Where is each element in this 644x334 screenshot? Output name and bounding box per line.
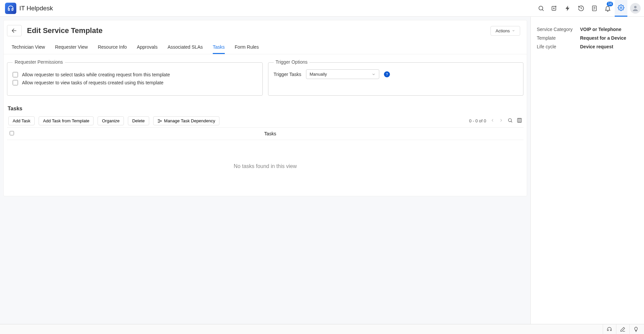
top-bar: IT Helpdesk 14 xyxy=(0,0,644,17)
actions-label: Actions xyxy=(495,28,510,33)
svg-rect-7 xyxy=(160,120,161,121)
manage-dep-label: Manage Task Dependency xyxy=(164,118,215,123)
allow-select-checkbox[interactable] xyxy=(13,72,18,77)
status-tips-icon[interactable] xyxy=(629,324,642,334)
column-settings-icon[interactable] xyxy=(517,118,522,124)
template-value: Request for a Device xyxy=(580,35,638,41)
allow-select-label: Allow requester to select tasks while cr… xyxy=(22,72,170,77)
allow-view-label: Allow requester to view tasks of request… xyxy=(22,80,163,85)
service-category-label: Service Category xyxy=(537,27,580,32)
requester-permissions-group: Requester Permissions Allow requester to… xyxy=(7,62,263,96)
tab-technician-view[interactable]: Technician View xyxy=(12,41,45,54)
svg-rect-9 xyxy=(517,118,521,122)
trigger-tasks-label: Trigger Tasks xyxy=(274,72,301,77)
allow-view-checkbox[interactable] xyxy=(13,80,18,85)
svg-rect-5 xyxy=(158,119,159,120)
page-title: Edit Service Template xyxy=(27,26,103,35)
svg-point-8 xyxy=(508,119,511,122)
empty-state-text: No tasks found in this view xyxy=(7,140,523,193)
app-logo-icon xyxy=(5,3,16,14)
search-icon[interactable] xyxy=(535,0,547,17)
app-title: IT Helpdesk xyxy=(19,5,53,12)
history-icon[interactable] xyxy=(575,0,587,17)
notes-icon[interactable] xyxy=(588,0,601,17)
tasks-column-header: Tasks xyxy=(20,131,521,136)
pagination: 0 - 0 of 0 xyxy=(469,118,522,124)
tab-approvals[interactable]: Approvals xyxy=(137,41,158,54)
tab-form-rules[interactable]: Form Rules xyxy=(235,41,259,54)
paging-text: 0 - 0 of 0 xyxy=(469,118,486,123)
lifecycle-label: Life cycle xyxy=(537,44,580,49)
trigger-options-group: Trigger Options Trigger Tasks Manually ? xyxy=(268,62,524,96)
select-all-checkbox[interactable] xyxy=(10,131,14,135)
svg-point-0 xyxy=(539,6,543,10)
organize-button[interactable]: Organize xyxy=(98,116,124,125)
user-avatar-icon[interactable] xyxy=(630,3,641,14)
trigger-tasks-select[interactable]: Manually xyxy=(306,69,379,79)
tab-tasks[interactable]: Tasks xyxy=(213,41,225,54)
notification-badge: 14 xyxy=(607,2,613,6)
status-bar xyxy=(0,324,644,334)
tab-bar: Technician View Requester View Resource … xyxy=(4,41,527,54)
brand: IT Helpdesk xyxy=(5,3,53,14)
tab-requester-view[interactable]: Requester View xyxy=(55,41,88,54)
status-support-icon[interactable] xyxy=(603,324,615,334)
add-request-icon[interactable] xyxy=(548,0,561,17)
actions-dropdown[interactable]: Actions xyxy=(490,26,520,36)
lifecycle-value: Device request xyxy=(580,44,638,49)
service-category-value: VOIP or Telephone xyxy=(580,27,638,32)
help-icon[interactable]: ? xyxy=(384,71,390,77)
topbar-actions: 14 xyxy=(535,0,641,17)
add-task-button[interactable]: Add Task xyxy=(8,116,35,125)
status-edit-icon[interactable] xyxy=(616,324,629,334)
tasks-table-header: Tasks xyxy=(7,128,523,140)
settings-icon[interactable] xyxy=(615,0,627,17)
manage-task-dependency-button[interactable]: Manage Task Dependency xyxy=(153,116,220,125)
svg-point-3 xyxy=(620,7,622,9)
svg-point-4 xyxy=(634,6,636,8)
trigger-select-value: Manually xyxy=(310,72,327,77)
prev-page-icon[interactable] xyxy=(490,118,495,124)
add-task-from-template-button[interactable]: Add Task from Template xyxy=(39,116,94,125)
permissions-legend: Requester Permissions xyxy=(13,59,65,65)
chevron-down-icon xyxy=(512,29,515,32)
template-label: Template xyxy=(537,35,580,41)
tab-associated-slas[interactable]: Associated SLAs xyxy=(167,41,203,54)
chevron-down-icon xyxy=(372,72,376,76)
notifications-icon[interactable]: 14 xyxy=(601,0,614,17)
meta-sidebar: Service Category VOIP or Telephone Templ… xyxy=(531,17,644,324)
tab-resource-info[interactable]: Resource Info xyxy=(98,41,127,54)
dependency-icon xyxy=(158,119,162,123)
search-tasks-icon[interactable] xyxy=(507,118,513,124)
tasks-heading: Tasks xyxy=(8,106,523,112)
next-page-icon[interactable] xyxy=(499,118,503,124)
back-button[interactable] xyxy=(7,25,22,36)
quick-action-icon[interactable] xyxy=(561,0,574,17)
trigger-legend: Trigger Options xyxy=(274,59,310,65)
delete-button[interactable]: Delete xyxy=(128,116,149,125)
svg-rect-6 xyxy=(158,122,159,122)
